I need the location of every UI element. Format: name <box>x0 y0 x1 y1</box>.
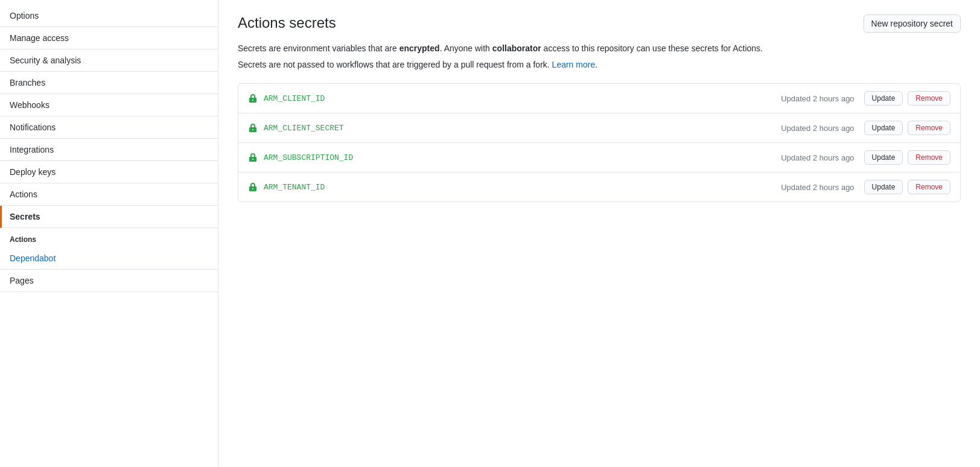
sidebar-item-actions[interactable]: Actions <box>0 183 218 206</box>
remove-button[interactable]: Remove <box>908 150 950 165</box>
secret-actions: Update Remove <box>864 91 950 106</box>
sidebar-item-deploy-keys[interactable]: Deploy keys <box>0 161 218 183</box>
description-line1-post: access to this repository can use these … <box>541 43 763 53</box>
sidebar-item-security-analysis[interactable]: Security & analysis <box>0 49 218 72</box>
sidebar-item-branches[interactable]: Branches <box>0 72 218 94</box>
secret-updated: Updated 2 hours ago <box>781 94 854 103</box>
sidebar-item-options[interactable]: Options <box>0 5 218 27</box>
lock-icon <box>248 152 258 163</box>
sidebar-item-integrations[interactable]: Integrations <box>0 139 218 161</box>
page-title: Actions secrets <box>238 14 336 31</box>
sidebar-item-dependabot[interactable]: Dependabot <box>0 247 218 270</box>
sidebar-item-secrets[interactable]: Secrets <box>0 206 218 228</box>
lock-icon <box>248 182 258 192</box>
secret-actions: Update Remove <box>864 121 950 135</box>
update-button[interactable]: Update <box>864 121 903 135</box>
secret-actions: Update Remove <box>864 180 950 194</box>
secret-row: ARM_TENANT_ID Updated 2 hours ago Update… <box>238 173 960 202</box>
update-button[interactable]: Update <box>864 150 903 165</box>
learn-more-link[interactable]: Learn more <box>552 60 596 69</box>
description-line2-pre: Secrets are not passed to workflows that… <box>238 60 552 69</box>
secret-name: ARM_TENANT_ID <box>264 183 781 192</box>
sidebar-section-actions-header: Actions <box>0 228 218 247</box>
secret-updated: Updated 2 hours ago <box>781 124 854 133</box>
sidebar: Options Manage access Security & analysi… <box>0 0 218 467</box>
description-line2-post: . <box>595 60 597 69</box>
update-button[interactable]: Update <box>864 180 903 194</box>
remove-button[interactable]: Remove <box>908 180 950 194</box>
secrets-list: ARM_CLIENT_ID Updated 2 hours ago Update… <box>238 83 961 202</box>
description-encrypted-bold: encrypted <box>399 43 440 53</box>
secret-name: ARM_SUBSCRIPTION_ID <box>264 153 781 162</box>
update-button[interactable]: Update <box>864 91 903 106</box>
description-line-1: Secrets are environment variables that a… <box>238 42 961 55</box>
secret-row: ARM_CLIENT_ID Updated 2 hours ago Update… <box>238 84 960 113</box>
sidebar-item-manage-access[interactable]: Manage access <box>0 27 218 49</box>
sidebar-item-webhooks[interactable]: Webhooks <box>0 94 218 116</box>
description-line1-mid: . Anyone with <box>440 43 492 53</box>
description-line1-pre: Secrets are environment variables that a… <box>238 43 399 53</box>
remove-button[interactable]: Remove <box>908 91 950 106</box>
lock-icon <box>248 122 258 133</box>
new-repository-secret-button[interactable]: New repository secret <box>864 14 961 33</box>
sidebar-item-pages[interactable]: Pages <box>0 270 218 292</box>
page-header: Actions secrets New repository secret <box>238 14 961 33</box>
secret-name: ARM_CLIENT_ID <box>264 94 781 103</box>
sidebar-item-notifications[interactable]: Notifications <box>0 116 218 139</box>
secret-actions: Update Remove <box>864 150 950 165</box>
secret-name: ARM_CLIENT_SECRET <box>264 124 781 133</box>
description-line-2: Secrets are not passed to workflows that… <box>238 59 961 71</box>
remove-button[interactable]: Remove <box>908 121 950 135</box>
description-collaborator-bold: collaborator <box>492 43 541 53</box>
lock-icon <box>248 93 258 104</box>
secret-updated: Updated 2 hours ago <box>781 153 854 162</box>
secret-row: ARM_SUBSCRIPTION_ID Updated 2 hours ago … <box>238 143 960 173</box>
main-content: Actions secrets New repository secret Se… <box>218 0 980 467</box>
secret-updated: Updated 2 hours ago <box>781 183 854 192</box>
secret-row: ARM_CLIENT_SECRET Updated 2 hours ago Up… <box>238 113 960 143</box>
